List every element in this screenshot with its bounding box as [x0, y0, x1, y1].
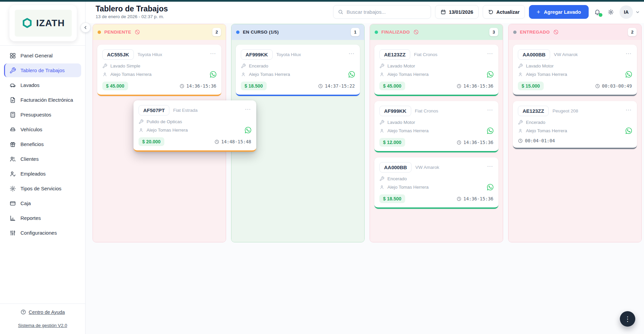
assignee-name: Alejo Tomas Herrera [387, 72, 429, 77]
dragged-card[interactable]: AF507PTFiat Estrada⋯Pulido de OpticasAle… [133, 100, 256, 152]
brand-name: IZATH [36, 18, 65, 29]
price-badge: $ 18.500 [241, 82, 267, 90]
job-card[interactable]: AF999KKFiat Cronos⋯Lavado MotorAlejo Tom… [374, 101, 498, 152]
sidebar-item-label: Lavados [20, 82, 40, 88]
assignee-name: Alejo Tomas Herrera [526, 128, 567, 133]
theme-toggle-button[interactable] [606, 7, 615, 17]
sidebar-item-label: Caja [20, 200, 31, 206]
notifications-button[interactable] [593, 7, 602, 17]
vehicle-model: Toyota Hilux [138, 52, 162, 57]
sidebar-item-configuraciones[interactable]: Configuraciones [4, 226, 81, 240]
card-menu-button[interactable]: ⋯ [626, 107, 632, 115]
sidebar-item-panel-general[interactable]: Panel General [4, 49, 81, 62]
whatsapp-icon[interactable] [245, 127, 251, 133]
assignee-name: Alejo Tomas Herrera [387, 185, 429, 190]
search-box[interactable] [333, 5, 431, 19]
assignee-name: Alejo Tomas Herrera [110, 72, 152, 77]
job-card[interactable]: AA000BBVW Amarok⋯EnceradoAlejo Tomas Her… [374, 157, 498, 209]
card-menu-button[interactable]: ⋯ [626, 51, 632, 58]
sidebar-item-beneficios[interactable]: Beneficios [4, 137, 81, 151]
card-menu-button[interactable]: ⋯ [348, 51, 355, 58]
sidebar-item-empleados[interactable]: Empleados [4, 167, 81, 181]
page-header: Tablero de Trabajos 13 de enero de 2026 … [86, 2, 644, 23]
whatsapp-icon[interactable] [210, 71, 216, 78]
column-entregado: ENTREGADO2AA000BBVW Amarok⋯Lavado MotorA… [508, 24, 642, 242]
price-badge: $ 45.000 [102, 82, 128, 90]
card-menu-button[interactable]: ⋯ [210, 51, 216, 58]
add-wash-button[interactable]: + Agregar Lavado [529, 5, 589, 19]
job-card[interactable]: AE123ZZPeugeot 208⋯EnceradoAlejo Tomas H… [513, 101, 637, 149]
sidebar-footer-divider [0, 303, 85, 304]
sidebar-item-tipos-de-servicios[interactable]: Tipos de Servicios [4, 182, 81, 195]
notification-dot [599, 13, 602, 17]
header-controls: 13/01/2026 Actualizar + Agregar Lavado [333, 4, 640, 19]
card-menu-button[interactable]: ⋯ [487, 107, 493, 115]
no-entry-icon [135, 29, 140, 35]
users-icon [9, 156, 16, 162]
vehicle-model: Fiat Cronos [414, 52, 437, 57]
avatar[interactable]: IA [620, 5, 633, 19]
person-icon [518, 128, 523, 133]
card-menu-button[interactable]: ⋯ [245, 106, 251, 114]
price-badge: $ 45.000 [379, 82, 405, 90]
user-check-icon [9, 171, 16, 177]
car-front-icon [9, 126, 16, 133]
job-card[interactable]: AA000BBVW Amarok⋯Lavado MotorAlejo Tomas… [513, 45, 637, 96]
person-icon [518, 72, 523, 77]
sidebar-item-tablero-de-trabajos[interactable]: Tablero de Trabajos [4, 63, 81, 77]
card-menu-button[interactable]: ⋯ [487, 163, 493, 171]
grid-icon [9, 52, 16, 59]
job-card[interactable]: AC555JKToyota Hilux⋯Lavado SimpleAlejo T… [97, 45, 221, 96]
search-input[interactable] [346, 9, 426, 15]
sidebar-item-vehiculos[interactable]: Vehículos [4, 123, 81, 136]
job-card[interactable]: AF999KKToyota Hilux⋯EnceradoAlejo Tomas … [236, 45, 360, 96]
sidebar-item-label: Beneficios [20, 141, 44, 147]
sidebar-item-facturacion-electronica[interactable]: Facturación Electrónica [4, 93, 81, 107]
whatsapp-icon[interactable] [487, 184, 493, 190]
sidebar-item-label: Presupuestos [20, 112, 51, 117]
version-link[interactable]: Sistema de gestión V2.0 [0, 323, 85, 328]
vehicle-model: Toyota Hilux [276, 52, 301, 57]
user-menu[interactable]: IA [620, 5, 640, 19]
status-dot [98, 31, 101, 34]
column-finalizado: FINALIZADO3AE123ZZFiat Cronos⋯Lavado Mot… [370, 24, 503, 242]
sidebar-item-lavados[interactable]: Lavados [4, 78, 81, 92]
more-actions-fab[interactable]: ⋮ [620, 311, 635, 327]
add-wash-label: Agregar Lavado [544, 9, 581, 15]
wrench-icon [241, 63, 246, 68]
sidebar-collapse-button[interactable] [80, 22, 91, 33]
column-title: FINALIZADO [381, 30, 410, 35]
wrench-icon [379, 176, 384, 181]
column-body: AE123ZZFiat Cronos⋯Lavado MotorAlejo Tom… [370, 40, 503, 242]
vehicle-model: Fiat Estrada [173, 108, 198, 113]
sidebar-item-clientes[interactable]: Clientes [4, 152, 81, 166]
date-picker-button[interactable]: 13/01/2026 [435, 5, 479, 19]
sidebar-item-reportes[interactable]: Reportes [4, 211, 81, 225]
service-name: Encerado [526, 120, 545, 125]
no-entry-icon [413, 29, 419, 35]
card-menu-button[interactable]: ⋯ [487, 51, 493, 58]
service-name: Pulido de Opticas [147, 119, 182, 124]
sidebar-item-caja[interactable]: Caja [4, 196, 81, 210]
izath-hexagon-logo-icon [21, 17, 33, 29]
service-name: Lavado Simple [110, 63, 140, 68]
whatsapp-icon[interactable] [487, 128, 493, 134]
help-center-label: Centro de Ayuda [29, 309, 65, 315]
refresh-button[interactable]: Actualizar [483, 5, 525, 19]
plate-badge: AF999KK [379, 106, 411, 116]
job-card[interactable]: AE123ZZFiat Cronos⋯Lavado MotorAlejo Tom… [374, 45, 498, 96]
wrench-icon [139, 119, 144, 124]
sidebar-item-label: Configuraciones [20, 230, 57, 236]
whatsapp-icon[interactable] [626, 128, 632, 134]
whatsapp-icon[interactable] [348, 71, 355, 78]
whatsapp-icon[interactable] [626, 71, 632, 78]
help-center-link[interactable]: Centro de Ayuda [0, 309, 85, 315]
sidebar-footer: Centro de Ayuda Sistema de gestión V2.0 [0, 299, 85, 334]
whatsapp-icon[interactable] [487, 71, 493, 78]
sidebar-item-presupuestos[interactable]: Presupuestos [4, 108, 81, 122]
person-icon [379, 128, 384, 133]
column-count-badge: 3 [489, 28, 498, 36]
sidebar-item-label: Vehículos [20, 127, 42, 132]
price-badge: $ 20.000 [139, 137, 164, 146]
status-dot [513, 31, 517, 34]
